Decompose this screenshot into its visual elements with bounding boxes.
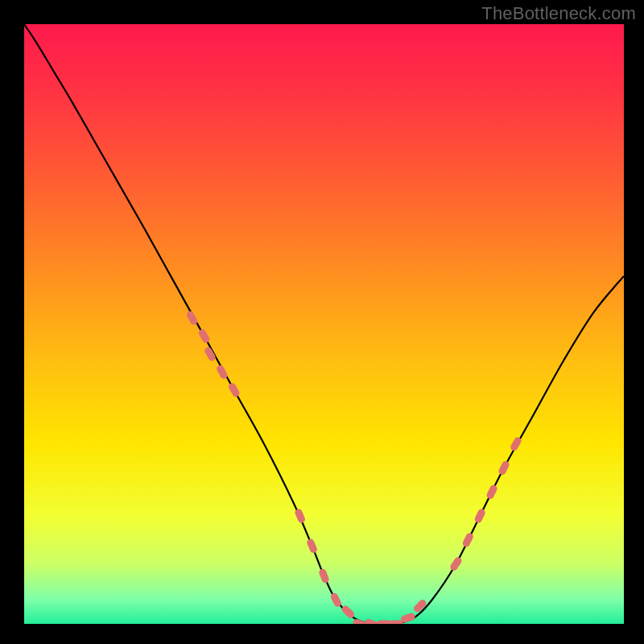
chart-frame: TheBottleneck.com (0, 0, 644, 644)
plot-background (24, 24, 624, 624)
bottleneck-chart (0, 0, 644, 644)
curve-marker (389, 621, 403, 628)
